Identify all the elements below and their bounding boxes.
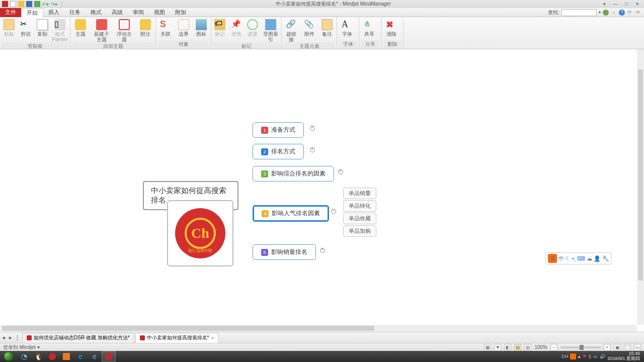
view-outline-icon[interactable]: ▤ [514, 344, 521, 351]
tray-ime-icon[interactable] [570, 353, 576, 359]
tab-home[interactable]: 开始 [21, 8, 43, 17]
tab-task[interactable]: 任务 [64, 8, 86, 17]
doc-tab-1[interactable]: 如何优化店铺动态DSR 收藏 加购优化方法* [22, 333, 134, 343]
doc-tab-2[interactable]: 中小卖家如何提高搜索排名* × [135, 333, 219, 343]
learn-icon[interactable]: ⟳ [627, 10, 633, 16]
zoom-thumb[interactable] [580, 345, 584, 350]
taskbar-record-icon[interactable] [45, 351, 59, 362]
tab-format[interactable]: 格式 [86, 8, 107, 17]
font-button[interactable]: A字体 [339, 18, 355, 37]
taskbar-box-icon[interactable] [59, 351, 73, 362]
vscroll-thumb[interactable] [638, 69, 643, 281]
search-input[interactable] [561, 9, 597, 16]
ime-toolbar[interactable]: S 中 ☾ •, ⌨ ☁ 👤 🔧 [545, 252, 612, 264]
taskbar-cloud-icon[interactable]: ◔ [17, 351, 31, 362]
boundary-button[interactable]: 边界 [176, 18, 191, 37]
leaf-4-2[interactable]: 单品转化 [343, 200, 376, 212]
fit-map-icon[interactable]: ▣ [614, 344, 621, 351]
home-icon[interactable]: ⌂ [611, 10, 617, 16]
save-icon[interactable] [26, 1, 32, 7]
branch-2-expand[interactable] [310, 147, 315, 152]
tag-button[interactable]: 🏷标记 [213, 18, 227, 37]
help-icon[interactable]: ? [619, 10, 625, 16]
format-painter-button[interactable]: ▯格式 Painter [52, 18, 68, 42]
undo-icon[interactable]: ↶▾ [42, 2, 49, 7]
progress-button[interactable]: 进度 [246, 18, 260, 37]
tray-battery-icon[interactable]: ▭ [593, 354, 598, 359]
callout-button[interactable]: 附注 [137, 18, 153, 37]
ime-moon-icon[interactable]: ☾ [566, 255, 571, 262]
mindmap-canvas[interactable]: 中小卖家如何提高搜索排名 Ch 创汇电商学院 1准备方式 2排名方式 3影响综合… [0, 49, 637, 325]
branch-2[interactable]: 2排名方式 [253, 144, 304, 159]
leaf-4-1[interactable]: 单品销量 [343, 188, 376, 199]
hscroll-thumb[interactable] [2, 326, 374, 331]
notes-button[interactable]: 备注 [319, 18, 335, 37]
cut-button[interactable]: ✂剪切 [19, 18, 32, 37]
zoom-slider[interactable] [560, 346, 601, 348]
tray-network-icon[interactable]: ▯ [589, 354, 591, 359]
hyperlink-button[interactable]: 🔗超链接 [284, 18, 299, 42]
tray-sound-icon[interactable]: 🔊 [600, 354, 605, 359]
ime-cn-icon[interactable]: 中 [558, 255, 564, 262]
tab-advanced[interactable]: 高级 [107, 8, 128, 17]
horizontal-scrollbar[interactable] [0, 325, 637, 332]
icon-button[interactable]: 图标 [194, 18, 209, 37]
search-dropdown-icon[interactable]: ▾ [599, 10, 601, 15]
attachment-button[interactable]: 📎附件 [302, 18, 317, 37]
map-index-button[interactable]: 导图索引 [263, 18, 279, 42]
branch-5-expand[interactable] [320, 248, 325, 253]
zoom-in-icon[interactable]: + [604, 344, 611, 351]
tray-up-icon[interactable]: ▴ [578, 354, 581, 359]
minimize-button[interactable]: — [612, 2, 619, 7]
doc-2-close-icon[interactable]: × [211, 335, 214, 341]
tray-clock[interactable]: 15:45 2016/9/1 星期四 [607, 351, 642, 361]
start-button[interactable] [0, 351, 17, 362]
logo-topic[interactable]: Ch 创汇电商学院 [167, 200, 233, 266]
leaf-4-4[interactable]: 单品加购 [343, 225, 376, 237]
floating-topic-button[interactable]: 浮动主题 [115, 18, 135, 42]
tray-flag-icon[interactable]: ⚑ [583, 354, 587, 359]
relationship-button[interactable]: S关联 [158, 18, 173, 37]
feedback-icon[interactable]: ✉ [635, 10, 641, 16]
tab-view[interactable]: 视图 [149, 8, 170, 17]
ime-keyboard-icon[interactable]: ⌨ [577, 255, 585, 262]
tab-insert[interactable]: 插入 [43, 8, 64, 17]
branch-5[interactable]: 5影响销量排名 [253, 244, 316, 260]
close-button[interactable]: ✕ [634, 2, 641, 7]
fit-width-icon[interactable]: ⛶ [624, 344, 631, 351]
leaf-4-3[interactable]: 单品收藏 [343, 213, 376, 224]
ime-user-icon[interactable]: 👤 [594, 255, 601, 262]
tab-list-icon[interactable]: │ [14, 335, 21, 340]
new-doc-icon[interactable] [10, 1, 16, 7]
vertical-scrollbar[interactable] [637, 49, 644, 325]
tab-prev-icon[interactable]: ◄ [0, 335, 7, 340]
tab-review[interactable]: 审阅 [128, 8, 149, 17]
ime-cloud-icon[interactable]: ☁ [587, 255, 592, 262]
ribbon-minimize-icon[interactable]: ▾ [601, 2, 608, 7]
branch-4-collapse[interactable] [331, 209, 336, 214]
file-tab[interactable]: 文件 [0, 8, 21, 17]
clear-button[interactable]: ✖清除 [383, 18, 399, 37]
copy-button[interactable]: 复制 [35, 18, 49, 37]
taskbar-qq-icon[interactable]: 🐧 [31, 351, 45, 362]
open-icon[interactable] [18, 1, 24, 7]
ime-punct-icon[interactable]: •, [572, 255, 576, 261]
tab-next-icon[interactable]: ► [7, 335, 14, 340]
taskbar-mindmanager-icon[interactable] [102, 351, 116, 362]
globe-icon[interactable] [603, 10, 609, 16]
taskpane-icon[interactable]: ▦ [484, 344, 491, 351]
tray-lang[interactable]: CH [561, 354, 568, 359]
subtopic-button[interactable]: 新建子主题 [92, 18, 112, 42]
maximize-button[interactable]: □ [623, 2, 630, 7]
branch-4[interactable]: 4影响人气排名因素 [253, 205, 329, 222]
view-map-icon[interactable]: ◧ [504, 344, 511, 351]
fullscreen-icon[interactable]: ▭ [634, 344, 641, 351]
filter-icon[interactable]: ▼ [494, 344, 501, 351]
login-status[interactable]: 登录到 Mindjet ▾ [3, 344, 40, 351]
share-button[interactable]: ⋔共享 [361, 18, 377, 37]
qat-more-icon[interactable]: ⋮ [59, 2, 64, 7]
print-icon[interactable] [34, 1, 40, 7]
branch-1-expand[interactable] [310, 126, 315, 131]
priority-button[interactable]: 📌优先 [230, 18, 244, 37]
tab-addin[interactable]: 附加 [170, 8, 191, 17]
